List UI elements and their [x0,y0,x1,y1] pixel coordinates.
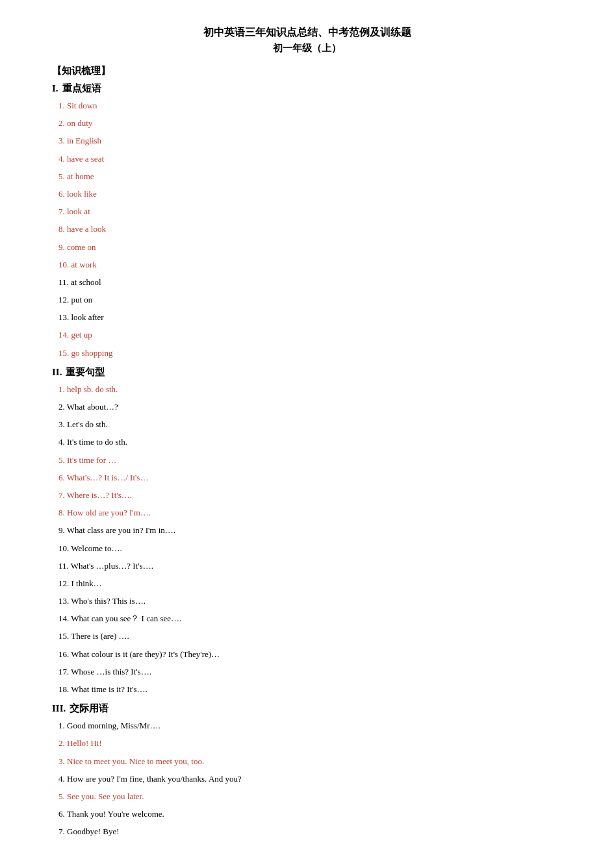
section1-heading: I. 重点短语 [52,82,562,95]
list-item: 9. come on [58,239,562,255]
list-item: 2. Hello! Hi! [58,735,562,751]
item-num: 14. [58,330,71,340]
list-item: 16. What colour is it (are they)? It's (… [58,646,562,662]
list-item: 1. Sit down [58,97,562,114]
item-num: 9. [58,242,67,252]
item-text: have a seat [67,154,104,164]
list-item: 5. It's time for … [58,452,562,468]
item-text: help sb. do sth. [67,384,118,394]
item-num: 2. [58,402,67,412]
item-text: Good morning, Miss/Mr…. [67,721,160,730]
list-item: 7. look at [58,203,562,219]
item-text: What's…? It is…/ It's… [67,473,149,482]
list-item: 15. There is (are) …. [58,628,562,644]
list-item: 10. at work [58,256,562,273]
item-text: in English [67,136,101,145]
list-item: 4. It's time to do sth. [58,434,562,450]
list-item: 8. have a look [58,221,562,237]
section2-title: 重要句型 [66,366,105,378]
item-num: 18. [58,684,71,694]
item-num: 16. [58,649,71,659]
item-text: at home [67,171,94,181]
list-item: 7. Goodbye! Bye! [58,823,562,839]
item-num: 12. [58,295,71,304]
item-num: 11. [58,277,71,287]
list-item: 9. What class are you in? I'm in…. [58,522,562,538]
list-item: 6. look like [58,186,562,202]
item-num: 13. [58,312,71,322]
list-item: 5. See you. See you later. [58,788,562,804]
item-text: What about…? [67,402,118,412]
item-text: How old are you? I'm…. [67,508,151,517]
item-text: Goodbye! Bye! [67,826,120,836]
item-num: 13. [58,596,71,606]
item-num: 7. [58,490,67,500]
item-num: 9. [58,525,67,535]
list-item: 12. I think… [58,575,562,591]
item-num: 1. [58,721,67,730]
item-num: 15. [58,348,71,358]
item-text: Hello! Hi! [67,738,102,748]
item-text: on duty [67,118,92,128]
list-item: 13. look after [58,309,562,325]
item-text: Thank you! You're welcome. [67,809,164,819]
item-num: 8. [58,508,67,517]
list-item: 7. Where is…? It's…. [58,487,562,503]
item-text: I think… [71,578,102,588]
item-text: See you. See you later. [67,791,144,801]
item-num: 6. [58,189,67,199]
list-item: 13. Who's this? This is…. [58,593,562,609]
item-text: Who's this? This is…. [71,596,146,606]
list-item: 8. How old are you? I'm…. [58,504,562,521]
item-text: What time is it? It's…. [71,684,147,694]
section2-list: 1. help sb. do sth. 2. What about…? 3. L… [52,381,562,697]
list-item: 1. Good morning, Miss/Mr…. [58,717,562,734]
list-item: 17. Whose …is this? It's…. [58,663,562,680]
section3-list: 1. Good morning, Miss/Mr…. 2. Hello! Hi!… [52,717,562,839]
item-text: have a look [67,224,106,234]
item-text: Nice to meet you. Nice to meet you, too. [67,756,204,766]
list-item: 3. in English [58,132,562,149]
item-num: 3. [58,136,67,145]
item-num: 6. [58,473,67,482]
item-num: 11. [58,561,71,571]
list-item: 14. What can you see？ I can see…. [58,610,562,626]
item-num: 15. [58,631,71,641]
item-text: What class are you in? I'm in…. [67,525,175,535]
item-num: 10. [58,260,71,269]
item-num: 4. [58,437,67,447]
item-text: look after [71,312,104,322]
item-num: 7. [58,206,67,216]
list-item: 18. What time is it? It's…. [58,681,562,697]
list-item: 15. go shopping [58,345,562,361]
item-text: get up [71,330,92,340]
item-text: at school [71,277,101,287]
item-text: What colour is it (are they)? It's (They… [71,649,220,659]
bracket-header: 【知识梳理】 [52,65,562,77]
section3-heading: III. 交际用语 [52,702,562,715]
item-num: 5. [58,171,67,181]
item-num: 6. [58,809,67,819]
item-num: 4. [58,154,67,164]
item-text: What can you see？ I can see…. [71,614,181,623]
item-text: What's …plus…? It's…. [71,561,153,571]
item-text: at work [71,260,97,269]
item-num: 3. [58,419,67,429]
item-num: 5. [58,791,67,801]
item-num: 10. [58,543,71,553]
item-text: look at [67,206,90,216]
item-num: 4. [58,774,67,784]
section2-roman: II. [52,367,62,378]
item-num: 17. [58,667,71,676]
item-num: 7. [58,826,67,836]
item-text: It's time for … [67,455,116,465]
section1-roman: I. [52,83,58,94]
section3-title: 交际用语 [70,702,109,715]
list-item: 2. What about…? [58,399,562,415]
item-text: go shopping [71,348,113,358]
list-item: 11. at school [58,274,562,290]
item-num: 5. [58,455,67,465]
list-item: 1. help sb. do sth. [58,381,562,397]
list-item: 3. Nice to meet you. Nice to meet you, t… [58,753,562,769]
list-item: 6. Thank you! You're welcome. [58,806,562,822]
